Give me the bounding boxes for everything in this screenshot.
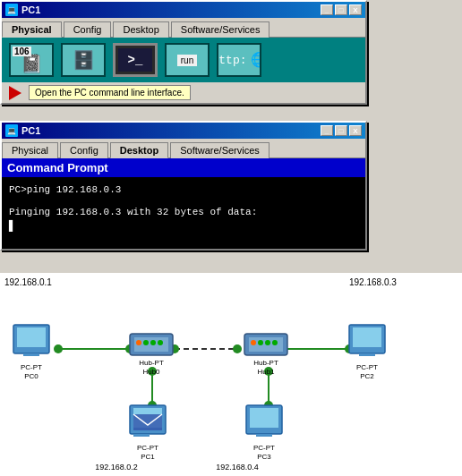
titlebar-buttons-bottom: _ □ X [321, 125, 362, 136]
close-btn-bottom[interactable]: X [349, 125, 362, 136]
svg-rect-18 [23, 353, 39, 356]
svg-point-6 [54, 344, 63, 353]
browser-icon-item[interactable]: http: 🌐 [217, 43, 261, 77]
hub1-label: Hub-PT [253, 359, 278, 367]
svg-point-28 [258, 340, 263, 345]
run-label: run [177, 55, 197, 66]
monitor-screen: >_ [118, 48, 152, 72]
ip-label-pc3: 192.168.0.4 [216, 463, 259, 472]
close-btn-top[interactable]: X [349, 4, 362, 15]
svg-point-29 [265, 340, 270, 345]
svg-rect-0 [0, 273, 462, 476]
tab-config-top[interactable]: Config [64, 21, 112, 38]
tab-desktop-top[interactable]: Desktop [113, 21, 168, 38]
pc1-name: PC1 [141, 453, 155, 461]
run-icon-box: run [165, 43, 210, 77]
pc0-name: PC0 [24, 372, 38, 380]
network-svg: 192.168.0.1 192.168.0.3 PC-PT PC0 [0, 273, 462, 476]
pc-icon: 💻 [5, 4, 18, 16]
cmd-prompt-title: Command Prompt [2, 158, 365, 177]
cmd-window[interactable]: PC>ping 192.168.0.3 Pinging 192.168.0.3 … [2, 177, 365, 249]
tab-physical-bottom[interactable]: Physical [2, 142, 58, 158]
minimize-btn-bottom[interactable]: _ [321, 125, 333, 136]
pc2-name: PC2 [360, 372, 374, 380]
hub1-name: Hub1 [257, 368, 275, 376]
titlebar-bottom: 💻 PC1 _ □ X [2, 123, 365, 139]
titlebar-top: 💻 PC1 _ □ X [2, 2, 365, 18]
svg-rect-32 [353, 327, 381, 347]
notebook-icon-item[interactable]: 106 📓 [9, 43, 54, 77]
tab-bar-top: Physical Config Desktop Software/Service… [2, 18, 365, 38]
svg-rect-33 [359, 353, 375, 356]
network-diagram: 192.168.0.1 192.168.0.3 PC-PT PC0 [0, 273, 462, 476]
tab-bar-bottom: Physical Config Desktop Software/Service… [2, 139, 365, 158]
cmd-line-1: PC>ping 192.168.0.3 [9, 183, 358, 198]
cmd-line-cursor: ▋ [9, 219, 358, 234]
ip-label-pc0: 192.168.0.1 [4, 277, 52, 287]
tab-software-bottom[interactable]: Software/Services [170, 142, 270, 158]
tab-software-top[interactable]: Software/Services [171, 21, 270, 38]
pc3-name: PC3 [257, 453, 271, 461]
svg-point-30 [272, 340, 278, 345]
titlebar-bottom-left: 💻 PC1 [5, 124, 40, 137]
tooltip-text: Open the PC command line interface. [29, 85, 191, 100]
maximize-btn-top[interactable]: □ [335, 4, 347, 15]
svg-point-21 [136, 340, 141, 345]
ip-label-pc2: 192.168.0.3 [349, 277, 397, 287]
pc3-label: PC-PT [253, 444, 275, 452]
terminal-icon-item[interactable]: >_ [113, 43, 158, 77]
ip-label-pc1: 192.168.0.2 [95, 463, 138, 472]
svg-point-27 [251, 340, 256, 345]
minimize-btn-top[interactable]: _ [321, 4, 333, 15]
svg-rect-40 [256, 434, 272, 437]
pc1-label: PC-PT [137, 444, 158, 452]
maximize-btn-bottom[interactable]: □ [335, 125, 347, 136]
cmd-line-2: Pinging 192.168.0.3 with 32 bytes of dat… [9, 205, 358, 220]
arrow-icon [9, 86, 21, 100]
pc2-label: PC-PT [356, 363, 378, 371]
cmd-line-blank [9, 198, 358, 205]
window-pc1-top: 💻 PC1 _ □ X Physical Config Desktop Soft… [0, 0, 367, 105]
config-icon-box: 🗄️ [61, 43, 106, 77]
titlebar-left: 💻 PC1 [5, 4, 40, 16]
svg-point-23 [150, 340, 156, 345]
run-icon-item[interactable]: run [165, 43, 210, 77]
titlebar-buttons: _ □ X [321, 4, 362, 15]
browser-icon-box: http: 🌐 [217, 43, 261, 77]
svg-rect-17 [17, 327, 46, 347]
cmd-cursor-icon: >_ [128, 53, 143, 67]
notebook-label: 106 [13, 47, 31, 56]
pc0-label: PC-PT [21, 363, 42, 371]
pc-icon-bottom: 💻 [5, 124, 18, 137]
window-title-top: PC1 [21, 4, 40, 15]
svg-point-22 [143, 340, 149, 345]
config-icon-item[interactable]: 🗄️ [61, 43, 106, 77]
icon-bar: 106 📓 🗄️ >_ run http: [2, 38, 365, 82]
svg-point-24 [158, 340, 163, 345]
window-pc1-bottom: 💻 PC1 _ □ X Physical Config Desktop Soft… [0, 121, 367, 251]
svg-rect-39 [250, 408, 278, 428]
hub0-label: Hub-PT [139, 359, 164, 367]
notebook-icon-box: 106 📓 [9, 43, 54, 77]
tab-desktop-bottom[interactable]: Desktop [110, 142, 168, 158]
svg-rect-37 [133, 434, 150, 437]
tab-config-bottom[interactable]: Config [60, 142, 108, 158]
hub0-name: Hub0 [142, 368, 160, 376]
tab-physical-top[interactable]: Physical [2, 21, 62, 38]
svg-point-9 [233, 344, 242, 353]
terminal-icon-box: >_ [113, 43, 158, 77]
tooltip-row: Open the PC command line interface. [2, 82, 365, 103]
window-title-bottom: PC1 [21, 125, 40, 136]
